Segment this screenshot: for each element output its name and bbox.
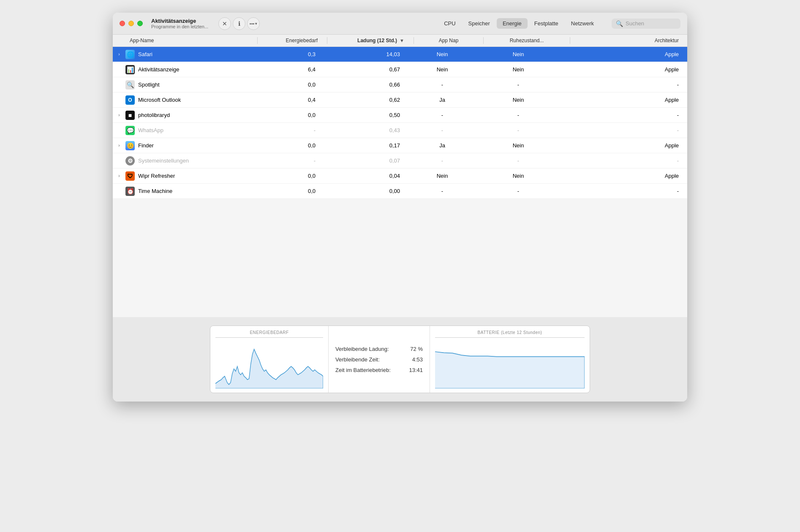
col-header-ladung[interactable]: Ladung (12 Std.) ▼ bbox=[328, 38, 413, 43]
cell-appnap-finder: Ja bbox=[408, 142, 476, 149]
tab-energie[interactable]: Energie bbox=[497, 18, 528, 29]
chart-line-sep bbox=[215, 337, 323, 338]
cell-ruhe-whatsapp: - bbox=[476, 127, 561, 133]
traffic-lights bbox=[120, 21, 143, 26]
app-name-spotlight: Spotlight bbox=[138, 81, 160, 88]
cell-arch-spotlight: - bbox=[561, 81, 687, 88]
col-sep-3 bbox=[414, 37, 414, 44]
app-name-safari: Safari bbox=[138, 51, 152, 57]
table-row[interactable]: › 🌐 Safari 0,3 14,03 Nein Nein Apple bbox=[113, 47, 687, 62]
empty-area bbox=[113, 199, 687, 317]
cell-arch-finder: Apple bbox=[561, 142, 687, 149]
sort-arrow-icon: ▼ bbox=[400, 38, 404, 43]
info-icon: ℹ bbox=[238, 20, 240, 27]
close-ctrl-button[interactable]: ✕ bbox=[218, 17, 231, 30]
app-icon-photolibrary: ■ bbox=[125, 111, 135, 120]
search-box[interactable]: 🔍 bbox=[612, 19, 680, 29]
more-ctrl-button[interactable]: ••• ▾ bbox=[247, 17, 260, 30]
cell-ladung-photolibrary: 0,50 bbox=[324, 112, 408, 118]
expand-arrow-wipr[interactable]: › bbox=[116, 174, 122, 178]
cell-arch-wipr: Apple bbox=[561, 173, 687, 179]
table-row[interactable]: › 🛡 Wipr Refresher 0,0 0,04 Nein Nein Ap… bbox=[113, 168, 687, 184]
cell-energy-safari: 0,3 bbox=[256, 51, 324, 57]
cell-app-finder: › 😊 Finder bbox=[113, 141, 256, 150]
stat-row-time: Verbleibende Zeit: 4:53 bbox=[335, 356, 423, 363]
close-button[interactable] bbox=[120, 21, 125, 26]
table-row[interactable]: O Microsoft Outlook 0,4 0,62 Ja Nein App… bbox=[113, 92, 687, 108]
app-name-photolibrary: photolibraryd bbox=[138, 112, 170, 118]
stat-label-time: Verbleibende Zeit: bbox=[335, 356, 380, 363]
app-icon-safari: 🌐 bbox=[125, 50, 135, 59]
cell-ruhe-wipr: Nein bbox=[476, 173, 561, 179]
info-ctrl-button[interactable]: ℹ bbox=[233, 17, 245, 30]
cell-appnap-timemachine: - bbox=[408, 188, 476, 194]
app-name-aktivitaet: Aktivitätsanzeige bbox=[138, 66, 180, 73]
stat-label-charge: Verbleibende Ladung: bbox=[335, 346, 389, 352]
table-row[interactable]: ⏰ Time Machine 0,0 0,00 - - - bbox=[113, 184, 687, 199]
search-icon: 🔍 bbox=[616, 20, 623, 27]
app-icon-finder: 😊 bbox=[125, 141, 135, 150]
col-sep-4 bbox=[483, 37, 484, 44]
minimize-button[interactable] bbox=[128, 21, 134, 26]
cell-app-timemachine: ⏰ Time Machine bbox=[113, 187, 256, 196]
tab-netzwerk[interactable]: Netzwerk bbox=[565, 18, 600, 29]
cell-energy-wipr: 0,0 bbox=[256, 173, 324, 179]
cell-arch-timemachine: - bbox=[561, 188, 687, 194]
tab-cpu[interactable]: CPU bbox=[438, 18, 461, 29]
cell-appnap-aktivitaet: Nein bbox=[408, 66, 476, 73]
app-name-systemeinstellungen: Systemeinstellungen bbox=[138, 157, 189, 164]
cell-ladung-timemachine: 0,00 bbox=[324, 188, 408, 194]
table-row[interactable]: › ■ photolibraryd 0,0 0,50 - - - bbox=[113, 108, 687, 123]
tab-festplatte[interactable]: Festplatte bbox=[528, 18, 564, 29]
dots-icon: ••• bbox=[250, 21, 255, 26]
cell-arch-photolibrary: - bbox=[561, 112, 687, 118]
tab-speicher[interactable]: Speicher bbox=[463, 18, 496, 29]
cell-arch-whatsapp: - bbox=[561, 127, 687, 133]
col-header-ruhe[interactable]: Ruhezustand... bbox=[484, 38, 569, 43]
cell-energy-photolibrary: 0,0 bbox=[256, 112, 324, 118]
chevron-down-icon: ▾ bbox=[255, 22, 257, 26]
cell-energy-systemeinstellungen: - bbox=[256, 157, 324, 164]
expand-arrow-finder[interactable]: › bbox=[116, 143, 122, 148]
table-row[interactable]: › 😊 Finder 0,0 0,17 Ja Nein Apple bbox=[113, 138, 687, 153]
expand-arrow-safari[interactable]: › bbox=[116, 52, 122, 57]
battery-line-sep bbox=[435, 337, 585, 338]
cell-ladung-safari: 14,03 bbox=[324, 51, 408, 57]
cell-ruhe-spotlight: - bbox=[476, 81, 561, 88]
energy-chart-title: ENERGIEBEDARF bbox=[215, 330, 323, 335]
cell-ruhe-outlook: Nein bbox=[476, 97, 561, 103]
search-input[interactable] bbox=[626, 20, 676, 27]
stat-value-charge: 72 % bbox=[410, 346, 423, 352]
energy-chart-svg bbox=[215, 339, 323, 388]
col-header-energy[interactable]: Energiebedarf bbox=[259, 38, 326, 43]
col-header-appnap[interactable]: App Nap bbox=[415, 38, 482, 43]
app-title: Aktivitätsanzeige bbox=[151, 18, 208, 24]
main-window: Aktivitätsanzeige Programme in den letzt… bbox=[113, 13, 687, 402]
bottom-area: ENERGIEBEDARF Verbleibende Ladung: 72 % … bbox=[113, 317, 687, 402]
cell-app-aktivitaet: 📊 Aktivitätsanzeige bbox=[113, 65, 256, 74]
cell-ladung-outlook: 0,62 bbox=[324, 97, 408, 103]
battery-svg-area bbox=[435, 339, 585, 388]
expand-arrow-photolibrary[interactable]: › bbox=[116, 113, 122, 117]
table-area: › 🌐 Safari 0,3 14,03 Nein Nein Apple 📊 A… bbox=[113, 47, 687, 199]
app-subtitle: Programme in den letzten... bbox=[151, 24, 208, 29]
cell-arch-safari: Apple bbox=[561, 51, 687, 57]
energy-chart: ENERGIEBEDARF bbox=[210, 326, 329, 393]
cell-app-photolibrary: › ■ photolibraryd bbox=[113, 111, 256, 120]
cell-appnap-safari: Nein bbox=[408, 51, 476, 57]
stats-panel: Verbleibende Ladung: 72 % Verbleibende Z… bbox=[329, 326, 430, 393]
cell-ladung-finder: 0,17 bbox=[324, 142, 408, 149]
cell-appnap-whatsapp: - bbox=[408, 127, 476, 133]
col-header-app[interactable]: App-Name bbox=[113, 38, 256, 43]
fullscreen-button[interactable] bbox=[137, 21, 143, 26]
cell-ruhe-photolibrary: - bbox=[476, 112, 561, 118]
cell-app-spotlight: 🔍 Spotlight bbox=[113, 80, 256, 90]
col-sep-1 bbox=[257, 37, 258, 44]
x-icon: ✕ bbox=[222, 20, 227, 27]
table-row[interactable]: 💬 WhatsApp - 0,43 - - - bbox=[113, 123, 687, 138]
table-row[interactable]: 📊 Aktivitätsanzeige 6,4 0,67 Nein Nein A… bbox=[113, 62, 687, 77]
col-header-arch[interactable]: Architektur bbox=[571, 38, 687, 43]
table-row[interactable]: ⚙ Systemeinstellungen - 0,07 - - - bbox=[113, 153, 687, 168]
table-row[interactable]: 🔍 Spotlight 0,0 0,66 - - - bbox=[113, 77, 687, 92]
cell-ladung-wipr: 0,04 bbox=[324, 173, 408, 179]
